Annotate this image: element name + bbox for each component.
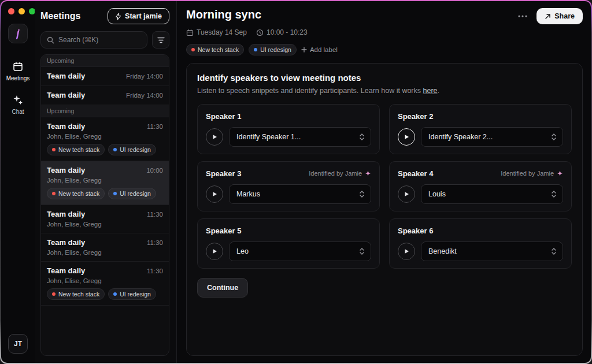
add-label-button[interactable]: Add label <box>301 46 338 53</box>
label-chip: New tech stack <box>47 144 105 155</box>
meeting-title: Team daily <box>47 166 85 174</box>
user-avatar[interactable]: JT <box>8 334 28 354</box>
speaker-select[interactable]: Louis <box>421 184 563 204</box>
speaker-select[interactable]: Benedikt <box>421 242 563 261</box>
speaker-select-value: Leo <box>236 247 249 255</box>
play-button[interactable] <box>398 243 415 260</box>
meeting-list-item[interactable]: Team daily 11:30 John, Elise, Gregg New … <box>41 262 169 306</box>
sidebar-item-chat[interactable]: Chat <box>12 94 24 115</box>
speaker-select[interactable]: Markus <box>229 184 371 204</box>
meeting-participants: John, Elise, Gregg <box>47 133 163 140</box>
label-chip-text: UI redesign <box>120 291 151 298</box>
more-icon <box>518 15 527 17</box>
meeting-list-item[interactable]: Team daily 11:30 John, Elise, Gregg <box>41 205 169 233</box>
close-window-button[interactable] <box>8 8 14 14</box>
speaker-select[interactable]: Leo <box>229 242 371 261</box>
card-heading: Identify speakers to view meeting notes <box>197 73 572 83</box>
label-dot-icon <box>52 292 56 296</box>
label-chip: UI redesign <box>108 188 156 199</box>
learn-more-link[interactable]: here <box>423 87 438 95</box>
continue-button[interactable]: Continue <box>197 278 248 298</box>
more-button[interactable] <box>516 13 530 20</box>
minimize-window-button[interactable] <box>18 8 25 14</box>
share-button[interactable]: Share <box>536 8 583 24</box>
speaker-name: Speaker 4 <box>398 169 433 178</box>
chevron-updown-icon <box>359 190 365 198</box>
label-chip[interactable]: UI redesign <box>249 44 297 55</box>
app-window: j Meetings <box>1 1 591 363</box>
meeting-title: Team daily <box>47 122 85 131</box>
list-section-header: Upcoming <box>41 105 169 117</box>
meeting-time: Friday 14:00 <box>126 92 163 99</box>
card-subtitle-text: Listen to speech snippets and identify p… <box>197 87 423 95</box>
meeting-list-item[interactable]: Team daily Friday 14:00 <box>41 67 169 86</box>
sidebar-item-meetings[interactable]: Meetings <box>6 61 30 81</box>
traffic-lights <box>1 8 35 14</box>
label-chip: UI redesign <box>108 144 156 155</box>
meeting-title: Team daily <box>47 91 85 99</box>
sparkle-icon <box>365 170 371 177</box>
label-chip-text: UI redesign <box>120 190 151 197</box>
meeting-title: Team daily <box>47 266 85 275</box>
speaker-select-value: Benedikt <box>428 247 457 255</box>
speakers-grid: Speaker 1 Identify Speaker 1... <box>197 104 572 269</box>
speaker-card-2: Speaker 2 Identify Speaker 2... <box>389 104 572 154</box>
speaker-card-5: Speaker 5 Leo <box>197 218 380 269</box>
play-button[interactable] <box>206 128 223 146</box>
left-rail: j Meetings <box>1 1 35 363</box>
meeting-list-item[interactable]: Team daily 11:30 John, Elise, Gregg New … <box>41 117 169 161</box>
label-dot-icon <box>113 192 117 195</box>
meeting-participants: John, Elise, Gregg <box>47 249 163 256</box>
meeting-labels: New tech stack UI redesign <box>47 288 163 300</box>
identified-text: Identified by Jamie <box>309 170 362 177</box>
speaker-card-6: Speaker 6 Benedikt <box>389 218 572 269</box>
label-chip-text: New tech stack <box>58 146 99 153</box>
start-jamie-label: Start jamie <box>125 12 162 20</box>
search-input[interactable]: Search (⌘K) <box>40 31 147 49</box>
speaker-select-value: Louis <box>428 190 446 198</box>
label-dot-icon <box>113 292 117 296</box>
filter-button[interactable] <box>152 31 169 49</box>
meeting-detail: Morning sync <box>177 1 591 363</box>
label-dot-icon <box>113 148 117 151</box>
label-chip: UI redesign <box>108 288 156 300</box>
play-button[interactable] <box>206 185 223 203</box>
app-logo-letter: j <box>16 27 19 40</box>
header-actions: Share <box>516 8 583 24</box>
label-dot-icon <box>52 148 56 151</box>
speaker-name: Speaker 2 <box>398 112 433 121</box>
meeting-list-item[interactable]: Team daily Friday 14:00 <box>41 86 169 105</box>
rail-item-label: Meetings <box>6 75 30 81</box>
meeting-list-item[interactable]: Team daily 11:30 John, Elise, Gregg <box>41 233 169 262</box>
label-dot-icon <box>191 48 195 51</box>
card-subtitle: Listen to speech snippets and identify p… <box>197 87 572 95</box>
speaker-select[interactable]: Identify Speaker 1... <box>229 127 371 147</box>
chevron-updown-icon <box>359 247 365 255</box>
meeting-time: 10:00 <box>146 167 163 174</box>
meeting-time: 11:30 <box>147 268 163 274</box>
meetings-sidebar: Meetings Start jamie <box>35 1 177 363</box>
speaker-card-3: Speaker 3 Identified by Jamie <box>197 161 380 211</box>
speaker-card-1: Speaker 1 Identify Speaker 1... <box>197 104 380 154</box>
speaker-name: Speaker 6 <box>398 226 433 235</box>
play-button[interactable] <box>398 185 415 203</box>
speaker-select[interactable]: Identify Speaker 2... <box>421 127 563 147</box>
meeting-time: 11:30 <box>147 211 163 218</box>
chevron-updown-icon <box>551 247 557 255</box>
start-jamie-button[interactable]: Start jamie <box>108 8 169 24</box>
meeting-title: Team daily <box>47 210 85 218</box>
label-chip[interactable]: New tech stack <box>186 44 244 55</box>
meeting-title: Team daily <box>47 72 85 80</box>
speaker-name: Speaker 1 <box>206 112 241 121</box>
play-button-active[interactable] <box>398 128 415 146</box>
rail-nav: Meetings Chat <box>6 61 30 115</box>
label-chip: New tech stack <box>47 288 105 300</box>
rail-bottom: JT <box>8 334 28 354</box>
label-chip-text: UI redesign <box>120 146 151 153</box>
page-title: Morning sync <box>186 8 261 21</box>
play-button[interactable] <box>206 243 223 260</box>
chevron-updown-icon <box>551 190 557 198</box>
meeting-list-item-selected[interactable]: Team daily 10:00 John, Elise, Gregg New … <box>41 161 169 205</box>
window-frame: j Meetings <box>0 0 592 364</box>
share-arrow-icon <box>545 13 551 20</box>
